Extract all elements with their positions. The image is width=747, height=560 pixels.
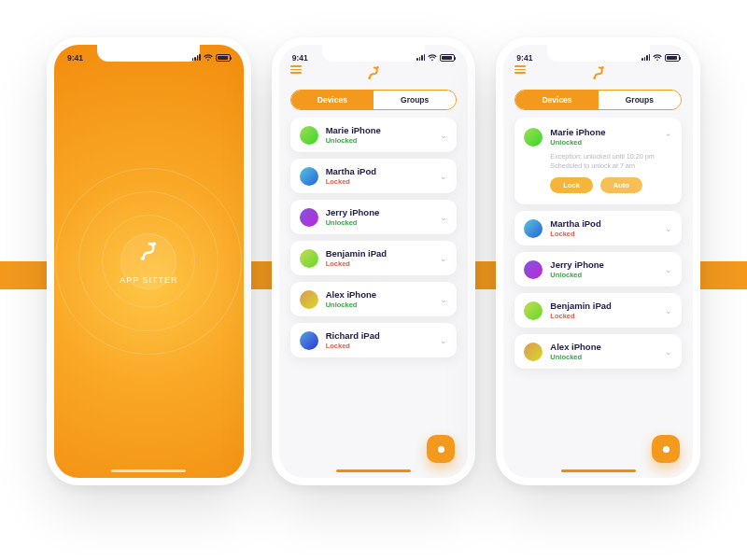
device-card[interactable]: Jerry iPhoneUnlocked⌄ [290,200,458,234]
phone-splash: 9:41 APP SITTER [47,37,251,485]
device-status: Locked [326,177,441,186]
device-name: Alex iPhone [326,289,441,300]
svg-point-2 [368,77,371,79]
device-card[interactable]: Benjamin iPadLocked⌄ [514,293,682,328]
svg-point-1 [153,242,157,245]
device-status: Unlocked [326,301,441,309]
svg-point-4 [593,77,596,79]
device-status: Locked [550,312,665,320]
chevron-down-icon: ⌄ [665,347,672,357]
home-indicator [561,469,636,472]
device-avatar [300,290,318,309]
tab-devices[interactable]: Devices [515,91,598,109]
fab-add-button[interactable] [427,435,455,463]
chevron-down-icon: ⌄ [440,295,447,304]
device-avatar [524,301,543,320]
tab-groups[interactable]: Groups [374,91,456,109]
status-time: 9:41 [292,53,308,63]
device-status: Unlocked [550,138,665,147]
device-avatar [300,249,318,268]
wifi-icon [204,54,213,62]
tab-groups[interactable]: Groups [599,91,681,109]
device-name: Martha iPod [326,166,441,176]
phone-devices-expanded: 9:41 Devices Groups [496,37,700,485]
chevron-down-icon: ⌄ [440,336,447,345]
device-card[interactable]: Martha iPodLocked⌄ [514,211,682,245]
device-avatar [524,128,543,147]
chevron-down-icon: ⌄ [440,213,447,222]
device-status: Unlocked [326,218,441,227]
status-bar: 9:41 [279,45,469,67]
device-name: Martha iPod [550,218,665,229]
tab-devices[interactable]: Devices [291,91,374,109]
device-card[interactable]: Richard iPadLocked⌄ [290,323,458,357]
app-logo-icon [120,238,177,268]
segmented-tabs: Devices Groups [514,90,682,110]
device-exception-text: Exception: unlocked until 10:20 pm Sched… [550,152,672,170]
chevron-down-icon: ⌄ [665,306,672,315]
fab-add-button[interactable] [652,435,680,463]
device-card[interactable]: Jerry iPhoneUnlocked⌄ [514,252,682,287]
wifi-icon [428,54,437,62]
device-status: Locked [550,230,665,238]
phone-devices-list: 9:41 Devices Groups Marie iPhoneUnlocked… [272,37,476,485]
device-avatar [300,167,318,186]
segmented-tabs: Devices Groups [290,90,458,110]
device-avatar [300,126,318,145]
device-name: Benjamin iPad [550,301,665,311]
device-card[interactable]: Marie iPhoneUnlocked⌄ [290,118,458,152]
device-name: Jerry iPhone [326,207,441,217]
status-bar: 9:41 [54,45,244,67]
fab-dot-icon [663,446,669,453]
chevron-down-icon: ⌄ [440,131,447,140]
device-avatar [300,208,318,227]
chevron-down-icon: ⌄ [665,265,672,274]
device-status: Unlocked [326,136,441,145]
device-status: Locked [326,342,441,350]
wifi-icon [653,54,662,62]
device-avatar [524,343,543,361]
status-time: 9:41 [516,53,532,63]
signal-icon [641,54,650,62]
device-avatar [524,260,543,279]
auto-button[interactable]: Auto [600,177,642,193]
device-status: Unlocked [550,353,665,361]
battery-icon [216,54,231,62]
battery-icon [665,54,680,62]
device-card[interactable]: Martha iPodLocked⌄ [290,159,458,193]
fab-dot-icon [438,446,444,453]
app-title: APP SITTER [120,275,177,285]
device-name: Richard iPad [326,330,441,341]
svg-point-0 [141,257,145,260]
device-name: Alex iPhone [550,342,665,352]
device-name: Jerry iPhone [550,259,665,270]
device-card[interactable]: Alex iPhoneUnlocked⌄ [290,282,458,316]
device-card-expanded[interactable]: Marie iPhone Unlocked ⌃ Exception: unloc… [514,118,682,204]
device-status: Unlocked [550,271,665,279]
device-name: Marie iPhone [326,125,441,135]
device-avatar [524,219,543,238]
status-time: 9:41 [67,53,83,63]
home-indicator [336,469,411,472]
device-status: Locked [326,259,441,268]
device-name: Marie iPhone [550,127,665,137]
device-card[interactable]: Benjamin iPadLocked⌄ [290,241,458,275]
chevron-down-icon: ⌄ [665,224,672,233]
signal-icon [192,54,201,62]
chevron-down-icon: ⌄ [440,254,447,263]
signal-icon [416,54,425,62]
lock-button[interactable]: Lock [550,177,593,193]
home-indicator [111,469,186,472]
status-bar: 9:41 [503,45,693,67]
device-avatar [300,331,318,350]
device-card[interactable]: Alex iPhoneUnlocked⌄ [514,334,682,369]
chevron-down-icon: ⌄ [440,172,447,181]
chevron-up-icon: ⌃ [665,133,672,142]
battery-icon [440,54,455,62]
device-name: Benjamin iPad [326,248,441,259]
